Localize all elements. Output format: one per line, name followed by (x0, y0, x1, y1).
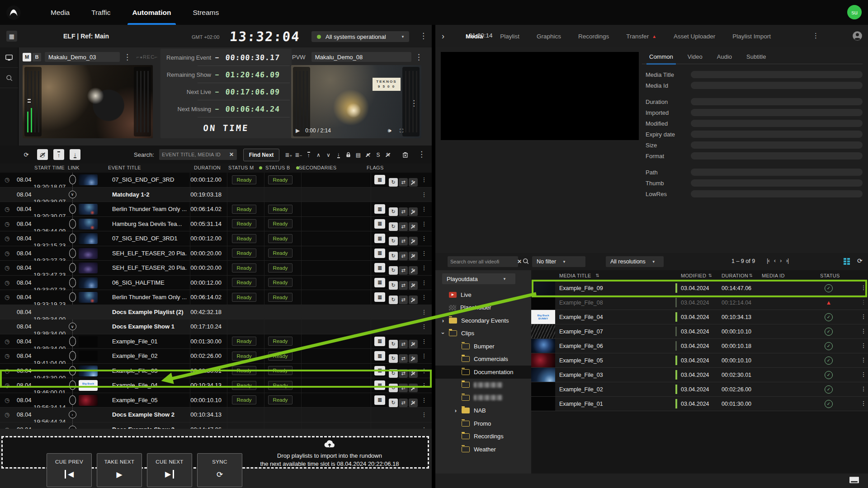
pen-disabled-icon[interactable]: ✎ (409, 222, 418, 231)
row-more-icon[interactable]: ⋮ (420, 188, 428, 202)
media-col-media-title[interactable]: MEDIA TITLE (559, 273, 591, 278)
link-node-icon[interactable] (66, 202, 79, 216)
move-down-icon[interactable]: ∨ (324, 150, 333, 160)
cursor-disabled-icon[interactable]: ↖ (363, 150, 373, 160)
link-node-icon[interactable]: ∨ (66, 319, 79, 334)
media-col-media-id[interactable]: MEDIA ID (762, 273, 785, 278)
link-node-icon[interactable] (66, 393, 79, 408)
grid-view-icon[interactable] (844, 258, 850, 267)
nav-tab-streams[interactable]: Streams (182, 0, 230, 25)
tree-item-documentation[interactable]: Documentation (435, 366, 531, 379)
row-more-icon[interactable]: ⋮ (420, 217, 428, 231)
link-node-icon[interactable] (66, 334, 79, 349)
pen-disabled-icon[interactable]: ✎ (409, 237, 418, 245)
media-row[interactable]: Example_File_0903.04.202400:14:47.06✓⋮ (531, 281, 868, 296)
row-more-icon[interactable]: ⋮ (420, 364, 428, 378)
remove-row-icon[interactable]: ≣₋ (294, 150, 303, 160)
meta-field-input[interactable] (691, 179, 863, 187)
loop-icon[interactable]: ↻ (389, 237, 398, 245)
swap-icon[interactable]: ⇄ (399, 384, 408, 392)
rundown-row[interactable]: ◷08.0419:20:18.0707_SIG_END_OF_3RD00:00:… (0, 173, 432, 188)
link-node-icon[interactable] (66, 276, 79, 290)
swap-icon[interactable]: ⇄ (399, 340, 408, 348)
tree-item-redacted[interactable] (435, 379, 531, 392)
media-row-more-icon[interactable]: ⋮ (860, 397, 867, 411)
rundown-row[interactable]: ◷08.0419:20:30.07Berlin Thunder Team Onl… (0, 202, 432, 217)
swap-icon[interactable]: ⇄ (399, 237, 408, 245)
media-row-more-icon[interactable]: ⋮ (860, 382, 867, 396)
play-icon[interactable]: ▶ (296, 127, 300, 134)
sort-icon[interactable]: ⇅ (749, 273, 753, 278)
row-more-icon[interactable]: ⋮ (420, 231, 428, 246)
scroll-bottom-icon[interactable]: ↓ (70, 149, 80, 160)
pen-disabled-icon[interactable]: ✎ (409, 252, 418, 260)
delete-icon[interactable] (400, 149, 410, 160)
loop-icon[interactable]: ↻ (389, 340, 398, 348)
pvw-video[interactable]: TEKNOS9 5 0 0 ▶ 0:00 / 2:14 🕪 ⛶ ⋮ (291, 65, 421, 138)
tree-item-promo[interactable]: Promo (435, 417, 531, 430)
tree-item-weather[interactable]: Weather (435, 443, 531, 456)
media-col-duration[interactable]: DURATION (722, 273, 748, 278)
refresh-icon[interactable]: ⟳ (857, 257, 863, 264)
rundown-row[interactable]: 08.0419:39:34.00∨Docs Example Show 100:1… (0, 319, 432, 334)
media-row[interactable]: Example_File_0703.04.202400:00:10.10✓⋮ (531, 324, 868, 339)
loop-icon[interactable]: ↻ (389, 296, 398, 304)
row-more-icon[interactable]: ⋮ (420, 349, 428, 363)
loop-icon[interactable]: ↻ (389, 266, 398, 275)
swap-icon[interactable]: ⇄ (399, 252, 408, 260)
rundown-row[interactable]: ◷08.0419:33:07.2306_SIG_HALFTIME00:00:12… (0, 276, 432, 291)
secondaries-list-icon[interactable]: ≣ (374, 395, 385, 405)
media-row-more-icon[interactable]: ⋮ (860, 310, 867, 324)
media-col-modified[interactable]: MODIFIED (681, 273, 706, 278)
tree-item-redacted[interactable] (435, 391, 531, 404)
row-more-icon[interactable]: ⋮ (420, 276, 428, 290)
toolbar-more-icon[interactable]: ⋮ (418, 150, 425, 158)
badge-s-icon[interactable]: S (373, 150, 383, 160)
clear-media-search-icon[interactable]: ✕ (517, 258, 522, 265)
resolution-select[interactable]: All resolutions▼ (606, 256, 664, 267)
rundown-col-flags[interactable]: FLAGS (367, 165, 384, 170)
loop-icon[interactable]: ↻ (389, 207, 398, 216)
media-row[interactable]: Big BuckBUNNYExample_File_0403.04.202400… (531, 310, 868, 324)
rundown-row[interactable]: ◷08.0419:56:34.14Example_File_0500:00:10… (0, 393, 432, 408)
media-preview[interactable] (441, 52, 639, 140)
media-row[interactable]: Example_File_0303.04.202400:02:30.01✓⋮ (531, 368, 868, 382)
link-node-icon[interactable] (66, 231, 79, 246)
collapse-panel-icon[interactable]: › (442, 32, 444, 41)
row-more-icon[interactable]: ⋮ (420, 261, 428, 275)
next-page-icon[interactable]: › (780, 257, 781, 264)
rundown-col-event-title[interactable]: EVENT TITLE (108, 165, 141, 170)
find-next-button[interactable]: Find Next (243, 149, 279, 161)
system-status-dropdown[interactable]: All systems operational ▼ (311, 31, 409, 42)
meta-tab-subtitle[interactable]: Subtitle (739, 53, 773, 65)
media-row[interactable]: Example_File_0803.04.202400:12:14.04▲⋮ (531, 296, 868, 310)
move-up-icon[interactable]: ∧ (314, 150, 323, 160)
secondaries-list-icon[interactable]: ≣ (374, 249, 385, 258)
rundown-row[interactable]: ◷08.0419:43:30.00Example_File_0300:02:30… (0, 364, 432, 379)
media-row-more-icon[interactable]: ⋮ (860, 368, 867, 382)
loop-icon[interactable]: ↻ (389, 178, 398, 187)
secondaries-list-icon[interactable]: ≣ (374, 204, 385, 214)
sort-icon[interactable]: ⇅ (596, 273, 600, 278)
media-row-more-icon[interactable]: ⋮ (860, 324, 867, 338)
layout-grid-icon[interactable]: ▦ (6, 31, 17, 42)
loop-icon[interactable]: ↻ (389, 369, 398, 378)
row-more-icon[interactable]: ⋮ (420, 305, 428, 319)
loop-icon[interactable]: ↻ (389, 222, 398, 231)
prev-page-icon[interactable]: ‹ (774, 257, 775, 264)
meta-field-input[interactable] (691, 141, 863, 149)
loop-icon[interactable]: ↻ (389, 354, 398, 363)
link-node-icon[interactable]: ∨ (66, 188, 79, 202)
meta-tab-audio[interactable]: Audio (710, 53, 739, 65)
scroll-top-icon[interactable]: ↑ (53, 149, 64, 160)
link-node-icon[interactable] (66, 261, 79, 275)
row-more-icon[interactable]: ⋮ (420, 246, 428, 261)
swap-icon[interactable]: ⇄ (399, 178, 408, 187)
search-icon[interactable] (522, 258, 529, 267)
link-node-icon[interactable] (66, 378, 79, 393)
sync-button[interactable]: SYNC⟳ (197, 453, 242, 487)
media-col-status[interactable]: STATUS (820, 273, 840, 278)
tree-item-placeholder[interactable]: Placeholder (435, 301, 531, 314)
meta-field-input[interactable] (691, 82, 863, 89)
rundown-row[interactable]: ◷08.0419:56:44.24›Docs Example Show 200:… (0, 408, 432, 422)
